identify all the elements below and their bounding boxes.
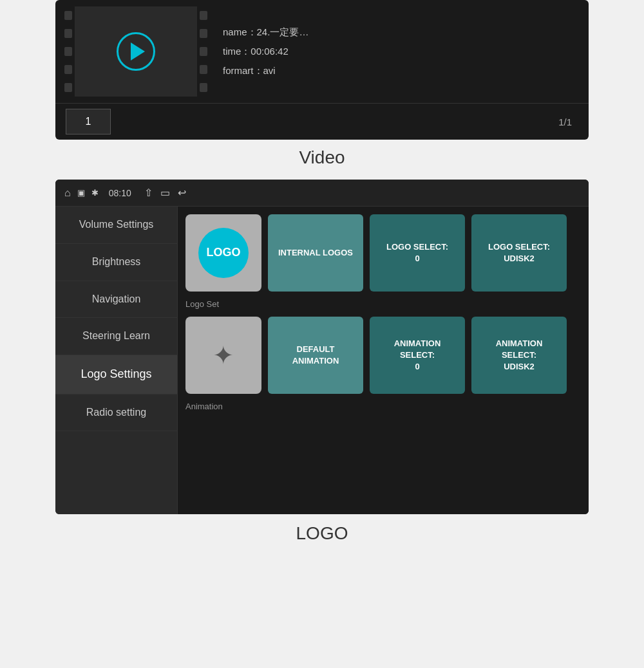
sidebar: Volume Settings Brightness Navigation St…	[55, 207, 178, 514]
home-icon: ⌂	[64, 187, 71, 199]
sidebar-item-navigation[interactable]: Navigation	[55, 281, 177, 319]
logo-thumb-wrapper: LOGO	[185, 214, 261, 292]
animation-row: ✦ DEFAULT ANIMATION ANIMATIONSELECT:0 AN…	[185, 317, 581, 394]
logo-select-udisk2-label: LOGO SELECT: UDISK2	[488, 241, 550, 264]
video-pagination: 1 1/1	[55, 104, 589, 140]
spinner-icon: ✦	[213, 340, 234, 370]
logo-main-content: Volume Settings Brightness Navigation St…	[55, 207, 589, 514]
page-number-box[interactable]: 1	[66, 109, 111, 135]
film-strip	[62, 6, 210, 97]
film-hole	[64, 29, 72, 38]
name-label: name：	[223, 26, 257, 37]
internal-logos-label: INTERNAL LOGOS	[278, 247, 353, 259]
video-panel: name：24.一定要… time：00:06:42 formart：avi 1…	[55, 0, 589, 140]
film-holes-left	[62, 6, 75, 97]
sidebar-item-radio[interactable]: Radio setting	[55, 394, 177, 432]
animation-select-udisk2-button[interactable]: ANIMATIONSELECT:UDISK2	[471, 317, 567, 394]
video-item: name：24.一定要… time：00:06:42 formart：avi	[55, 0, 589, 104]
logo-select-udisk2-button[interactable]: LOGO SELECT: UDISK2	[471, 214, 567, 292]
window-icon: ▭	[160, 187, 170, 199]
sidebar-volume-label: Volume Settings	[79, 219, 154, 230]
sidebar-logo-settings-label: Logo Settings	[80, 367, 151, 380]
film-hole	[200, 47, 207, 56]
film-hole	[64, 47, 72, 56]
video-format: formart：avi	[223, 61, 308, 80]
page-number: 1	[86, 116, 91, 127]
format-label: formart：	[223, 65, 263, 76]
status-time: 08:10	[109, 188, 131, 198]
format-value: avi	[263, 65, 276, 76]
film-holes-right	[197, 6, 210, 97]
back-icon: ↩	[178, 187, 186, 199]
film-hole	[200, 11, 207, 20]
animation-thumbnail[interactable]: ✦	[185, 317, 261, 394]
play-triangle-icon	[131, 42, 145, 60]
animation-select-udisk2-label: ANIMATIONSELECT:UDISK2	[496, 338, 543, 373]
video-section: name：24.一定要… time：00:06:42 formart：avi 1…	[0, 0, 644, 180]
logo-set-row: LOGO INTERNAL LOGOS LOGO SELECT: 0	[185, 214, 581, 292]
sidebar-item-brightness[interactable]: Brightness	[55, 244, 177, 281]
default-animation-label: DEFAULT ANIMATION	[292, 344, 339, 367]
film-hole	[200, 29, 207, 38]
film-hole	[200, 65, 207, 74]
video-time: time：00:06:42	[223, 42, 308, 61]
logo-select-0-button[interactable]: LOGO SELECT: 0	[370, 214, 465, 292]
sidebar-item-logo-settings[interactable]: Logo Settings	[55, 355, 177, 394]
animation-label: Animation	[185, 402, 581, 411]
status-right-icons: ⇧ ▭ ↩	[144, 187, 186, 199]
time-label: time：	[223, 46, 251, 57]
video-info: name：24.一定要… time：00:06:42 formart：avi	[210, 23, 308, 80]
logo-select-0-label: LOGO SELECT: 0	[386, 241, 448, 264]
sidebar-item-volume[interactable]: Volume Settings	[55, 207, 177, 244]
video-label: Video	[299, 147, 345, 168]
logo-section: ⌂ ▣ ✱ 08:10 ⇧ ▭ ↩ Volume Settings Bright…	[0, 180, 644, 550]
name-value: 24.一定要…	[257, 26, 309, 37]
logo-section-label: LOGO	[296, 523, 348, 544]
logo-circle: LOGO	[198, 228, 249, 278]
animation-select-0-label: ANIMATIONSELECT:0	[394, 338, 441, 373]
logo-set-label: Logo Set	[185, 299, 581, 309]
sidebar-radio-label: Radio setting	[86, 407, 146, 418]
sidebar-navigation-label: Navigation	[92, 293, 141, 304]
logo-panel: ⌂ ▣ ✱ 08:10 ⇧ ▭ ↩ Volume Settings Bright…	[55, 180, 589, 514]
logo-thumbnail-card[interactable]: LOGO	[185, 214, 261, 292]
default-animation-button[interactable]: DEFAULT ANIMATION	[268, 317, 363, 394]
animation-select-0-button[interactable]: ANIMATIONSELECT:0	[370, 317, 465, 394]
film-hole	[200, 83, 207, 92]
film-hole	[64, 11, 72, 20]
status-bar: ⌂ ▣ ✱ 08:10 ⇧ ▭ ↩	[55, 180, 589, 207]
arrows-icon: ⇧	[144, 187, 153, 199]
film-hole	[64, 65, 72, 74]
main-panel: LOGO INTERNAL LOGOS LOGO SELECT: 0	[178, 207, 589, 514]
sidebar-steering-label: Steering Learn	[82, 330, 150, 341]
sidebar-brightness-label: Brightness	[92, 256, 141, 267]
pagination-total: 1/1	[558, 116, 572, 127]
video-thumbnail	[62, 6, 210, 97]
status-bluetooth-icon: ✱	[91, 188, 99, 198]
time-value: 00:06:42	[251, 46, 288, 57]
play-button[interactable]	[117, 32, 155, 71]
video-name: name：24.一定要…	[223, 23, 308, 42]
image-icon: ▣	[77, 188, 85, 198]
film-hole	[64, 83, 72, 92]
sidebar-item-steering[interactable]: Steering Learn	[55, 318, 177, 355]
internal-logos-button[interactable]: INTERNAL LOGOS	[268, 214, 363, 292]
logo-circle-text: LOGO	[207, 245, 241, 261]
